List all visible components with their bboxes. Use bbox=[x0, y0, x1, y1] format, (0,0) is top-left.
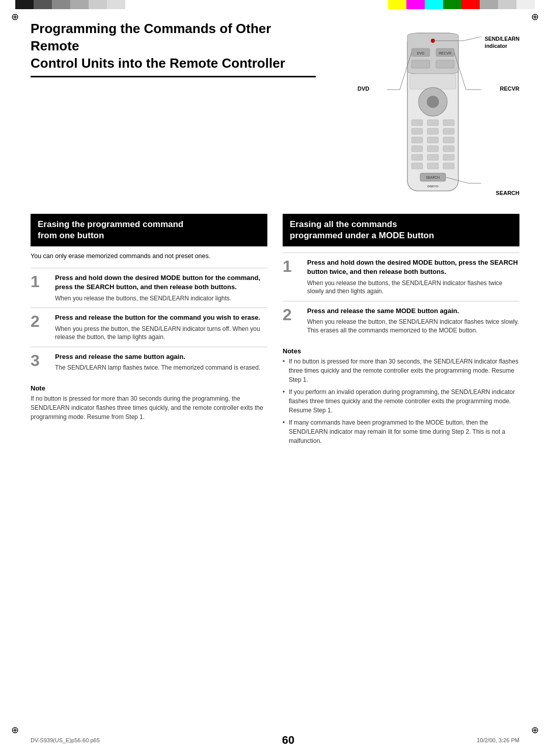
svg-text:SEARCH: SEARCH bbox=[426, 176, 439, 179]
right-step-content-1: Press and hold down the desired MODE but… bbox=[307, 258, 519, 296]
color-block-3 bbox=[52, 0, 70, 9]
svg-rect-26 bbox=[443, 154, 454, 160]
right-section-header: Erasing all the commands programmed unde… bbox=[283, 214, 519, 246]
right-step-2: 2 Press and release the same MODE button… bbox=[283, 301, 519, 340]
svg-rect-8 bbox=[436, 60, 454, 68]
left-column: Erasing the programmed command from one … bbox=[31, 214, 267, 449]
right-step-title-2: Press and release the same MODE button a… bbox=[307, 306, 519, 316]
svg-rect-15 bbox=[411, 128, 423, 134]
color-block-1 bbox=[15, 0, 34, 9]
step-title-2: Press and release the button for the com… bbox=[55, 313, 267, 322]
color-block-10 bbox=[443, 0, 461, 9]
right-step-1: 1 Press and hold down the desired MODE b… bbox=[283, 253, 519, 301]
step-number-3: 3 bbox=[31, 352, 49, 369]
left-subtitle: You can only erase memorized commands an… bbox=[31, 253, 267, 260]
color-block-11 bbox=[461, 0, 480, 9]
remote-svg-image: DVD RECVR bbox=[382, 31, 484, 199]
right-note-3: If many commands have been programmed to… bbox=[283, 418, 519, 445]
step-number-2: 2 bbox=[31, 313, 49, 329]
color-block-12 bbox=[480, 0, 498, 9]
step-content-1: Press and hold down the desired MODE but… bbox=[55, 273, 267, 302]
reg-mark-tl: ⊕ bbox=[11, 11, 19, 22]
right-step-number-1: 1 bbox=[283, 258, 301, 274]
left-step-1: 1 Press and hold down the desired MODE b… bbox=[31, 268, 267, 307]
left-step-3: 3 Press and release the same button agai… bbox=[31, 347, 267, 377]
left-step-2: 2 Press and release the button for the c… bbox=[31, 307, 267, 347]
svg-rect-17 bbox=[443, 128, 454, 134]
svg-line-34 bbox=[463, 37, 481, 41]
page-number: 60 bbox=[282, 734, 294, 747]
right-note-2: If you perform an invalid operation duri… bbox=[283, 387, 519, 415]
left-note-title: Note bbox=[31, 384, 267, 392]
title-area: Programming the Commands of Other Remote… bbox=[31, 20, 519, 204]
svg-rect-14 bbox=[443, 120, 454, 126]
svg-point-11 bbox=[427, 96, 439, 108]
right-notes-title: Notes bbox=[283, 347, 519, 355]
svg-rect-9 bbox=[410, 74, 456, 89]
color-block-14 bbox=[516, 0, 535, 9]
svg-rect-20 bbox=[443, 137, 454, 143]
label-recvr: RECVR bbox=[500, 86, 519, 92]
right-notes: Notes If no button is pressed for more t… bbox=[283, 347, 519, 445]
reg-mark-tr: ⊕ bbox=[531, 11, 539, 22]
svg-text:RECVR: RECVR bbox=[439, 51, 452, 55]
color-block-9 bbox=[425, 0, 443, 9]
svg-rect-12 bbox=[411, 120, 423, 126]
left-note-text: If no button is pressed for more than 30… bbox=[31, 394, 267, 422]
right-step-number-2: 2 bbox=[283, 306, 301, 323]
right-step-desc-1: When you release the buttons, the SEND/L… bbox=[307, 279, 519, 296]
svg-rect-29 bbox=[443, 163, 454, 169]
svg-rect-21 bbox=[411, 146, 423, 152]
top-bar-left bbox=[15, 0, 125, 9]
footer-filename: DV-S939(US_E)p56-60.p65 bbox=[31, 737, 100, 743]
step-title-3: Press and release the same button again. bbox=[55, 352, 267, 361]
svg-rect-23 bbox=[443, 146, 454, 152]
page-footer: DV-S939(US_E)p56-60.p65 60 10/2/00, 3:26… bbox=[31, 734, 519, 747]
right-step-content-2: Press and release the same MODE button a… bbox=[307, 306, 519, 335]
svg-rect-22 bbox=[427, 146, 438, 152]
step-number-1: 1 bbox=[31, 273, 49, 290]
color-block-13 bbox=[498, 0, 516, 9]
remote-diagram: SEND/LEARN indicator DVD RECVR SEARCH bbox=[356, 31, 519, 204]
remote-svg: SEND/LEARN indicator DVD RECVR SEARCH bbox=[356, 31, 519, 204]
step-desc-1: When you release the buttons, the SEND/L… bbox=[55, 294, 267, 303]
label-dvd: DVD bbox=[358, 86, 369, 92]
color-block-2 bbox=[34, 0, 52, 9]
svg-text:ONKYO: ONKYO bbox=[427, 185, 438, 188]
svg-rect-16 bbox=[427, 128, 438, 134]
footer-datetime: 10/2/00, 3:26 PM bbox=[477, 737, 519, 743]
page-content: Programming the Commands of Other Remote… bbox=[31, 20, 519, 449]
top-color-bars bbox=[0, 0, 550, 9]
reg-mark-bl: ⊕ bbox=[11, 724, 19, 736]
svg-rect-25 bbox=[427, 154, 438, 160]
svg-rect-7 bbox=[411, 60, 430, 68]
right-column: Erasing all the commands programmed unde… bbox=[283, 214, 519, 449]
right-note-1: If no button is pressed for more than 30… bbox=[283, 357, 519, 384]
right-step-title-1: Press and hold down the desired MODE but… bbox=[307, 258, 519, 276]
color-block-4 bbox=[70, 0, 89, 9]
step-content-2: Press and release the button for the com… bbox=[55, 313, 267, 342]
label-send-learn: SEND/LEARN indicator bbox=[485, 36, 519, 49]
page-title: Programming the Commands of Other Remote… bbox=[31, 20, 316, 77]
step-title-1: Press and hold down the desired MODE but… bbox=[55, 273, 267, 292]
top-bar-right bbox=[388, 0, 535, 9]
svg-rect-24 bbox=[411, 154, 423, 160]
label-search: SEARCH bbox=[496, 190, 519, 196]
two-column-section: Erasing the programmed command from one … bbox=[31, 214, 519, 449]
step-content-3: Press and release the same button again.… bbox=[55, 352, 267, 372]
svg-rect-19 bbox=[427, 137, 438, 143]
left-note: Note If no button is pressed for more th… bbox=[31, 384, 267, 422]
right-notes-list: If no button is pressed for more than 30… bbox=[283, 357, 519, 445]
reg-mark-br: ⊕ bbox=[531, 724, 539, 736]
svg-rect-13 bbox=[427, 120, 438, 126]
svg-rect-27 bbox=[411, 163, 423, 169]
color-block-6 bbox=[107, 0, 125, 9]
color-block-7 bbox=[388, 0, 406, 9]
color-block-5 bbox=[89, 0, 107, 9]
step-desc-3: The SEND/LEARN lamp flashes twice. The m… bbox=[55, 363, 267, 372]
svg-text:DVD: DVD bbox=[417, 51, 425, 55]
step-desc-2: When you press the button, the SEND/LEAR… bbox=[55, 325, 267, 342]
left-section-header: Erasing the programmed command from one … bbox=[31, 214, 267, 246]
svg-rect-28 bbox=[427, 163, 438, 169]
right-step-desc-2: When you release the button, the SEND/LE… bbox=[307, 318, 519, 335]
